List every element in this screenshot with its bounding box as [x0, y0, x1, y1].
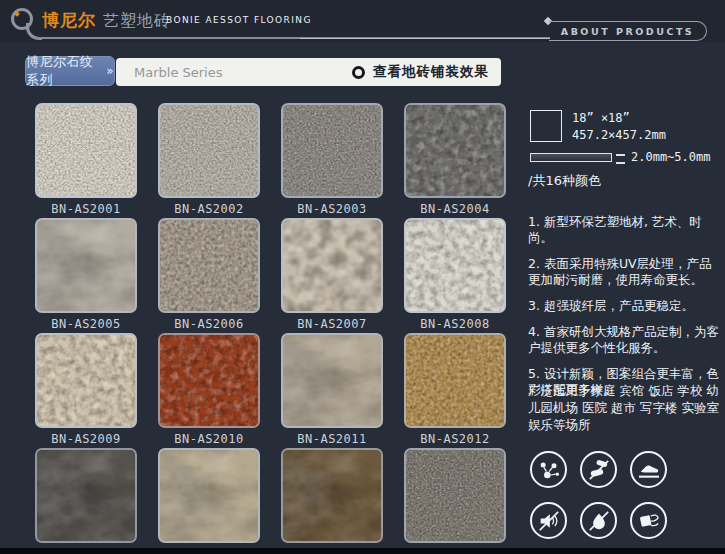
logo: 博尼尔艺塑地砖: [42, 9, 171, 32]
logo-cn-secondary: 艺塑地砖: [103, 11, 171, 30]
eco-molecule-icon: [530, 451, 567, 488]
tile-image[interactable]: [281, 448, 383, 543]
anti-slip-icon: [630, 451, 667, 488]
tile-image[interactable]: [404, 448, 506, 543]
tile-size-text: 18” ×18” 457.2×457.2mm: [572, 110, 666, 144]
bullet-ring-icon: [352, 66, 365, 79]
feature-list: 1. 新型环保艺塑地材, 艺术、时尚。2. 表面采用特殊UV层处理，产品更加耐污…: [528, 214, 720, 408]
feature-item: 1. 新型环保艺塑地材, 艺术、时尚。: [528, 214, 720, 246]
tile-code: BN-AS2011: [281, 432, 383, 446]
tile-code: BN-AS2009: [35, 432, 137, 446]
tile-image[interactable]: [281, 333, 383, 428]
tile-code: BN-AS2001: [35, 202, 137, 216]
tile-image[interactable]: [281, 218, 383, 313]
fire-resistant-icon: [580, 502, 617, 539]
tile-sample[interactable]: BN-AS2016: [404, 448, 506, 554]
tile-size-swatch: [530, 110, 562, 142]
tile-code: BN-AS2006: [158, 317, 260, 331]
tile-image[interactable]: [158, 448, 260, 543]
tile-code: BN-AS2012: [404, 432, 506, 446]
logo-en-tagline: BONIE AESSOT FLOORING: [166, 15, 312, 25]
tile-sample[interactable]: BN-AS2006: [158, 218, 260, 331]
tile-code: BN-AS2002: [158, 202, 260, 216]
size-inch: 18” ×18”: [572, 110, 666, 127]
tile-image[interactable]: [158, 333, 260, 428]
thickness-bar: [530, 153, 612, 162]
tile-sample[interactable]: BN-AS2002: [158, 103, 260, 216]
series-button-label: 博尼尔石纹系列: [26, 53, 102, 89]
tile-code: BN-AS2004: [404, 202, 506, 216]
tile-sample[interactable]: BN-AS2012: [404, 333, 506, 446]
header-underline-thin: [300, 38, 550, 39]
tile-image[interactable]: [158, 103, 260, 198]
tile-image[interactable]: [404, 103, 506, 198]
tile-code: BN-AS2005: [35, 317, 137, 331]
tile-sample[interactable]: BN-AS2003: [281, 103, 383, 216]
feature-item: 2. 表面采用特殊UV层处理，产品更加耐污耐磨，使用寿命更长。: [528, 256, 720, 288]
logo-cn-primary: 博尼尔: [42, 10, 96, 30]
tile-code: BN-AS2007: [281, 317, 383, 331]
colors-count-note: /共16种颜色: [528, 172, 601, 190]
sound-insulation-icon: [530, 502, 567, 539]
tile-code: BN-AS2008: [404, 317, 506, 331]
no-toxic-icon: [580, 451, 617, 488]
tile-image[interactable]: [158, 218, 260, 313]
tile-code: BN-AS2010: [158, 432, 260, 446]
header-bar: 博尼尔艺塑地砖 BONIE AESSOT FLOORING ABOUT PROD…: [0, 0, 725, 42]
tile-sample[interactable]: BN-AS2008: [404, 218, 506, 331]
nav-about-products-label: ABOUT PRODUCTS: [561, 26, 694, 37]
tile-sample[interactable]: BN-AS2004: [404, 103, 506, 216]
feature-icons-grid: [530, 451, 700, 553]
tile-sample[interactable]: BN-AS2007: [281, 218, 383, 331]
nav-about-products[interactable]: ABOUT PRODUCTS: [549, 21, 707, 41]
series-button[interactable]: 博尼尔石纹系列 »: [25, 56, 115, 86]
thickness-mark-icon: [616, 154, 625, 164]
tile-image[interactable]: [35, 333, 137, 428]
tile-sample[interactable]: BN-AS2001: [35, 103, 137, 216]
thickness-value: 2.0mm~5.0mm: [631, 150, 710, 164]
series-name-label: Marble Series: [134, 65, 223, 80]
easy-clean-icon: [630, 502, 667, 539]
tile-image[interactable]: [404, 218, 506, 313]
view-paving-effect-link[interactable]: 查看地砖铺装效果: [373, 63, 489, 81]
tile-image[interactable]: [35, 218, 137, 313]
bottom-bar: [0, 548, 725, 554]
tile-image[interactable]: [35, 448, 137, 543]
tile-sample[interactable]: BN-AS2005: [35, 218, 137, 331]
tile-sample[interactable]: BN-AS2009: [35, 333, 137, 446]
size-mm: 457.2×457.2mm: [572, 127, 666, 144]
series-info-bar: Marble Series 查看地砖铺装效果: [116, 58, 501, 86]
feature-item: 4. 首家研创大规格产品定制，为客户提供更多个性化服务。: [528, 324, 720, 356]
tile-image[interactable]: [35, 103, 137, 198]
double-chevron-right-icon: »: [106, 64, 114, 78]
tile-sample[interactable]: BN-AS2010: [158, 333, 260, 446]
applications-text: 广泛适用于家庭 宾馆 饭店 学校 幼儿园机场 医院 超市 写字楼 实验室 娱乐等…: [528, 382, 720, 433]
tile-sample[interactable]: BN-AS2013: [35, 448, 137, 554]
tile-code: BN-AS2003: [281, 202, 383, 216]
feature-item: 3. 超强玻纤层，产品更稳定。: [528, 298, 720, 314]
tile-sample[interactable]: BN-AS2011: [281, 333, 383, 446]
tile-sample[interactable]: BN-AS2015: [281, 448, 383, 554]
tile-sample[interactable]: BN-AS2014: [158, 448, 260, 554]
tile-image[interactable]: [281, 103, 383, 198]
tile-image[interactable]: [404, 333, 506, 428]
